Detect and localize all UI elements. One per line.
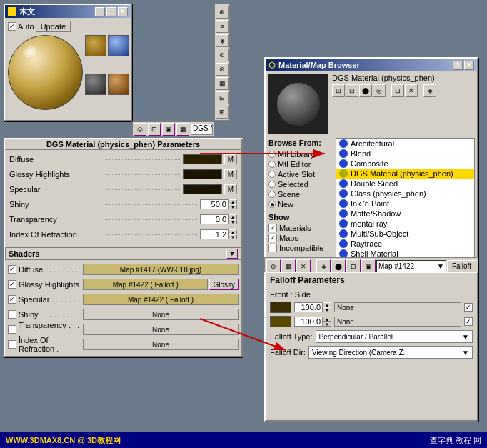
shader-glossy-map[interactable]: Map #1422 ( Falloff ) xyxy=(83,279,208,290)
radio-btn-selected[interactable] xyxy=(268,181,276,188)
ior-input[interactable]: 1.2 xyxy=(200,229,229,239)
side-btn-3[interactable]: ◈ xyxy=(216,34,229,47)
map-dropdown-container[interactable]: Map #1422 ▼ xyxy=(376,260,446,273)
browser-tool-7[interactable]: ◈ xyxy=(423,84,436,97)
transparency-down-btn[interactable]: ▼ xyxy=(229,219,237,224)
shader-ior-check[interactable] xyxy=(8,340,16,349)
shader-ior-map[interactable]: None xyxy=(83,339,239,350)
shader-shiny-check[interactable] xyxy=(8,310,16,319)
falloff-check-2[interactable]: ✓ xyxy=(464,317,473,326)
show-incompat-option[interactable]: Incompatible xyxy=(268,244,330,252)
browser-tool-3[interactable]: ⬤ xyxy=(359,84,372,97)
glossy-m-btn[interactable]: M xyxy=(224,169,237,179)
thumb-3[interactable] xyxy=(85,74,106,95)
transparency-spinner[interactable]: 0.0 ▲ ▼ xyxy=(200,214,237,224)
shader-specular-check[interactable]: ✓ xyxy=(8,295,16,304)
thumb-4[interactable] xyxy=(108,74,129,95)
thumb-2[interactable] xyxy=(108,35,129,56)
preview-minimize-btn[interactable]: _ xyxy=(95,7,105,16)
falloff-up-2[interactable]: ▲ xyxy=(323,317,331,322)
falloff-check-1[interactable]: ✓ xyxy=(464,303,473,312)
side-btn-2[interactable]: ≡ xyxy=(216,20,229,33)
falloff-spin-2[interactable]: ▲ ▼ xyxy=(294,317,331,327)
falloff-type-label-top[interactable]: Falloff xyxy=(447,260,476,273)
list-item-architectural[interactable]: Architectural xyxy=(336,139,474,149)
diffuse-color[interactable] xyxy=(183,154,222,164)
specular-m-btn[interactable]: M xyxy=(224,184,237,194)
list-item-double-sided[interactable]: Double Sided xyxy=(336,179,474,189)
radio-mtl-library[interactable]: Mtl Library xyxy=(268,150,330,159)
falloff-down-2[interactable]: ▼ xyxy=(323,322,331,327)
falloff-color-2[interactable] xyxy=(270,316,291,327)
browser-tool-6[interactable]: ✕ xyxy=(405,84,418,97)
list-item-mentalray[interactable]: mental ray xyxy=(336,219,474,229)
shaders-collapse-btn[interactable]: ▼ xyxy=(226,249,238,259)
show-incompat-check[interactable] xyxy=(268,244,277,252)
browser-tool-1[interactable]: ⊞ xyxy=(332,84,345,97)
radio-active-slot[interactable]: Active Slot xyxy=(268,170,330,179)
shiny-input[interactable]: 50.0 xyxy=(200,199,229,209)
shader-transparency-check[interactable] xyxy=(8,325,16,334)
list-item-blend[interactable]: Blend xyxy=(336,149,474,159)
falloff-none-2[interactable]: None xyxy=(334,317,461,327)
list-item-ink[interactable]: Ink 'n Paint xyxy=(336,199,474,209)
auto-check[interactable]: ✓ xyxy=(8,22,16,31)
glossy-btn[interactable]: Glossy xyxy=(209,279,239,290)
shiny-spinner[interactable]: 50.0 ▲ ▼ xyxy=(200,199,237,209)
transparency-up-btn[interactable]: ▲ xyxy=(229,214,237,219)
ior-spinner[interactable]: 1.2 ▲ ▼ xyxy=(200,229,237,239)
radio-btn-new[interactable] xyxy=(268,201,276,208)
ior-down-btn[interactable]: ▼ xyxy=(229,234,237,239)
browser-close-btn[interactable]: ✕ xyxy=(464,61,474,70)
falloff-none-1[interactable]: None xyxy=(334,302,461,312)
radio-selected[interactable]: Selected xyxy=(268,180,330,189)
shader-transparency-map[interactable]: None xyxy=(83,324,239,335)
falloff-color-1[interactable] xyxy=(270,302,291,313)
side-btn-6[interactable]: ▦ xyxy=(216,77,229,90)
radio-btn-active[interactable] xyxy=(268,171,276,178)
param-tool-1[interactable]: ◎ xyxy=(134,123,146,136)
falloff-up-1[interactable]: ▲ xyxy=(323,302,331,307)
param-tool-2[interactable]: ⊡ xyxy=(148,123,161,136)
radio-mtl-editor[interactable]: Mtl Editor xyxy=(268,160,330,169)
shader-specular-map[interactable]: Map #1422 ( Falloff ) xyxy=(83,294,239,305)
shiny-down-btn[interactable]: ▼ xyxy=(229,204,237,209)
browser-tool-5[interactable]: ⊡ xyxy=(391,84,404,97)
radio-scene[interactable]: Scene xyxy=(268,190,330,199)
shader-diffuse-check[interactable]: ✓ xyxy=(8,265,16,274)
browser-help-btn[interactable]: ? xyxy=(453,61,463,70)
shader-shiny-map[interactable]: None xyxy=(83,309,239,320)
preview-maximize-btn[interactable]: □ xyxy=(106,7,116,16)
show-materials-option[interactable]: ✓ Materials xyxy=(268,224,330,232)
radio-btn-editor[interactable] xyxy=(268,161,276,168)
radio-new[interactable]: New xyxy=(268,200,330,209)
show-maps-option[interactable]: ✓ Maps xyxy=(268,234,330,242)
side-btn-7[interactable]: ⊟ xyxy=(216,91,229,104)
thumb-1[interactable] xyxy=(85,35,106,56)
falloff-dir-dropdown[interactable]: Viewing Direction (Camera Z... ▼ xyxy=(308,346,473,359)
preview-close-btn[interactable]: ✕ xyxy=(118,7,128,16)
auto-checkbox[interactable]: ✓ Auto xyxy=(8,22,34,31)
falloff-input-2[interactable] xyxy=(294,317,323,327)
transparency-input[interactable]: 0.0 xyxy=(200,214,229,224)
list-item-dgs[interactable]: DGS Material (physics_phen) xyxy=(336,169,474,179)
list-item-glass[interactable]: Glass (physics_phen) xyxy=(336,189,474,199)
falloff-spin-1[interactable]: ▲ ▼ xyxy=(294,302,331,312)
specular-color[interactable] xyxy=(183,184,222,194)
side-btn-8[interactable]: ⊞ xyxy=(216,106,229,119)
list-item-multi[interactable]: Multi/Sub-Object xyxy=(336,229,474,239)
list-item-raytrace[interactable]: Raytrace xyxy=(336,239,474,249)
ior-up-btn[interactable]: ▲ xyxy=(229,229,237,234)
update-btn[interactable]: Update xyxy=(36,21,71,32)
falloff-down-1[interactable]: ▼ xyxy=(323,307,331,312)
list-item-composite[interactable]: Composite xyxy=(336,159,474,169)
side-btn-4[interactable]: ⊙ xyxy=(216,49,229,61)
material-name-field[interactable]: DGS Material (physics_phen) xyxy=(191,124,213,135)
side-btn-1[interactable]: ⊕ xyxy=(216,6,229,19)
shiny-up-btn[interactable]: ▲ xyxy=(229,199,237,204)
radio-btn-library[interactable] xyxy=(268,151,276,158)
show-materials-check[interactable]: ✓ xyxy=(268,224,277,232)
diffuse-m-btn[interactable]: M xyxy=(224,154,237,164)
radio-btn-scene[interactable] xyxy=(268,191,276,198)
shader-diffuse-map[interactable]: Map #1417 (WW-018.jpg) xyxy=(83,264,239,275)
